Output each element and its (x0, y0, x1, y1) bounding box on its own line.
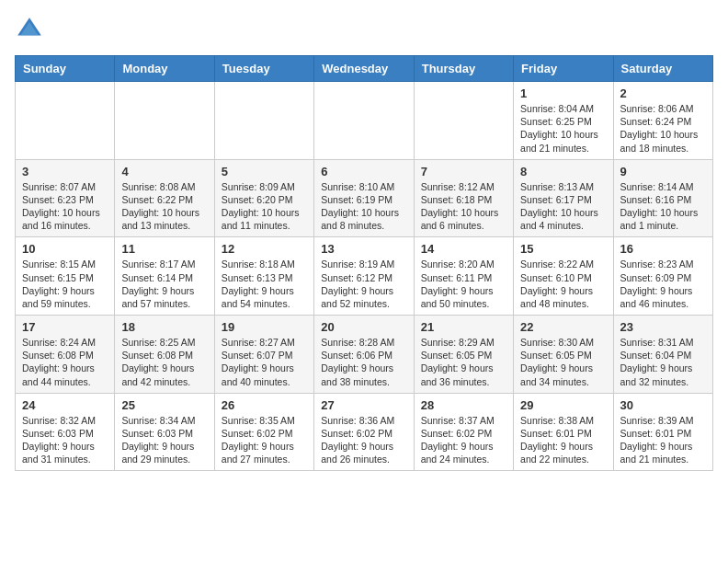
day-number: 5 (222, 165, 307, 178)
calendar-cell: 23Sunrise: 8:31 AM Sunset: 6:04 PM Dayli… (613, 316, 712, 394)
day-info: Sunrise: 8:36 AM Sunset: 6:02 PM Dayligh… (321, 414, 406, 466)
calendar-cell: 9Sunrise: 8:14 AM Sunset: 6:16 PM Daylig… (613, 159, 712, 237)
day-number: 18 (121, 320, 207, 334)
calendar-cell: 22Sunrise: 8:30 AM Sunset: 6:05 PM Dayli… (514, 316, 613, 394)
day-number: 17 (22, 320, 108, 334)
day-number: 27 (321, 398, 406, 412)
day-number: 10 (22, 242, 108, 256)
calendar-cell: 3Sunrise: 8:07 AM Sunset: 6:23 PM Daylig… (16, 159, 115, 237)
calendar-cell: 10Sunrise: 8:15 AM Sunset: 6:15 PM Dayli… (16, 237, 115, 316)
day-info: Sunrise: 8:10 AM Sunset: 6:19 PM Dayligh… (321, 180, 406, 233)
calendar-cell: 2Sunrise: 8:06 AM Sunset: 6:24 PM Daylig… (613, 82, 712, 160)
day-info: Sunrise: 8:37 AM Sunset: 6:02 PM Dayligh… (421, 414, 506, 466)
day-info: Sunrise: 8:24 AM Sunset: 6:08 PM Dayligh… (22, 336, 108, 388)
calendar-cell: 21Sunrise: 8:29 AM Sunset: 6:05 PM Dayli… (414, 316, 513, 394)
day-info: Sunrise: 8:13 AM Sunset: 6:17 PM Dayligh… (520, 180, 606, 233)
day-number: 2 (620, 86, 706, 100)
calendar-cell: 15Sunrise: 8:22 AM Sunset: 6:10 PM Dayli… (514, 237, 613, 316)
day-number: 6 (321, 165, 406, 178)
calendar-cell: 20Sunrise: 8:28 AM Sunset: 6:06 PM Dayli… (314, 316, 414, 394)
calendar-cell (414, 82, 513, 160)
day-number: 13 (321, 242, 406, 256)
day-number: 25 (121, 398, 207, 412)
calendar-cell: 14Sunrise: 8:20 AM Sunset: 6:11 PM Dayli… (414, 237, 513, 316)
calendar-cell (16, 82, 115, 160)
day-info: Sunrise: 8:20 AM Sunset: 6:11 PM Dayligh… (421, 258, 506, 310)
weekday-header: Wednesday (314, 56, 414, 82)
day-info: Sunrise: 8:30 AM Sunset: 6:05 PM Dayligh… (520, 336, 606, 388)
day-info: Sunrise: 8:29 AM Sunset: 6:05 PM Dayligh… (421, 336, 506, 388)
day-info: Sunrise: 8:09 AM Sunset: 6:20 PM Dayligh… (222, 180, 307, 233)
day-number: 28 (421, 398, 506, 412)
calendar-cell: 4Sunrise: 8:08 AM Sunset: 6:22 PM Daylig… (115, 159, 214, 237)
day-number: 29 (520, 398, 606, 412)
calendar-cell: 8Sunrise: 8:13 AM Sunset: 6:17 PM Daylig… (514, 159, 613, 237)
day-number: 3 (22, 165, 108, 178)
page-header (15, 15, 713, 44)
day-info: Sunrise: 8:15 AM Sunset: 6:15 PM Dayligh… (22, 258, 108, 310)
day-number: 7 (421, 165, 506, 178)
calendar-week-row: 1Sunrise: 8:04 AM Sunset: 6:25 PM Daylig… (16, 82, 713, 160)
calendar-cell (214, 82, 313, 160)
day-info: Sunrise: 8:32 AM Sunset: 6:03 PM Dayligh… (22, 414, 108, 466)
day-info: Sunrise: 8:28 AM Sunset: 6:06 PM Dayligh… (321, 336, 406, 388)
calendar-cell: 29Sunrise: 8:38 AM Sunset: 6:01 PM Dayli… (514, 393, 613, 471)
day-number: 8 (520, 165, 606, 178)
day-number: 19 (222, 320, 307, 334)
calendar-cell: 24Sunrise: 8:32 AM Sunset: 6:03 PM Dayli… (16, 393, 115, 471)
calendar-cell: 18Sunrise: 8:25 AM Sunset: 6:08 PM Dayli… (115, 316, 214, 394)
calendar-cell: 26Sunrise: 8:35 AM Sunset: 6:02 PM Dayli… (214, 393, 313, 471)
calendar-cell: 17Sunrise: 8:24 AM Sunset: 6:08 PM Dayli… (16, 316, 115, 394)
day-info: Sunrise: 8:34 AM Sunset: 6:03 PM Dayligh… (121, 414, 207, 466)
calendar-cell: 7Sunrise: 8:12 AM Sunset: 6:18 PM Daylig… (414, 159, 513, 237)
day-number: 26 (222, 398, 307, 412)
day-number: 30 (620, 398, 706, 412)
weekday-header: Saturday (613, 56, 712, 82)
day-info: Sunrise: 8:18 AM Sunset: 6:13 PM Dayligh… (222, 258, 307, 310)
calendar-week-row: 24Sunrise: 8:32 AM Sunset: 6:03 PM Dayli… (16, 393, 713, 471)
day-number: 24 (22, 398, 108, 412)
day-info: Sunrise: 8:35 AM Sunset: 6:02 PM Dayligh… (222, 414, 307, 466)
day-info: Sunrise: 8:04 AM Sunset: 6:25 PM Dayligh… (520, 102, 606, 155)
day-number: 16 (620, 242, 706, 256)
calendar-cell: 1Sunrise: 8:04 AM Sunset: 6:25 PM Daylig… (514, 82, 613, 160)
day-info: Sunrise: 8:06 AM Sunset: 6:24 PM Dayligh… (620, 102, 706, 155)
day-number: 1 (520, 86, 606, 100)
calendar-week-row: 3Sunrise: 8:07 AM Sunset: 6:23 PM Daylig… (16, 159, 713, 237)
calendar-table: SundayMondayTuesdayWednesdayThursdayFrid… (15, 55, 713, 471)
day-number: 9 (620, 165, 706, 178)
calendar-cell: 27Sunrise: 8:36 AM Sunset: 6:02 PM Dayli… (314, 393, 414, 471)
calendar-cell (314, 82, 414, 160)
day-number: 21 (421, 320, 506, 334)
calendar-cell: 30Sunrise: 8:39 AM Sunset: 6:01 PM Dayli… (613, 393, 712, 471)
calendar-header-row: SundayMondayTuesdayWednesdayThursdayFrid… (16, 56, 713, 82)
calendar-week-row: 17Sunrise: 8:24 AM Sunset: 6:08 PM Dayli… (16, 316, 713, 394)
calendar-cell (115, 82, 214, 160)
day-info: Sunrise: 8:23 AM Sunset: 6:09 PM Dayligh… (620, 258, 706, 310)
day-info: Sunrise: 8:22 AM Sunset: 6:10 PM Dayligh… (520, 258, 606, 310)
day-number: 12 (222, 242, 307, 256)
calendar-cell: 6Sunrise: 8:10 AM Sunset: 6:19 PM Daylig… (314, 159, 414, 237)
day-info: Sunrise: 8:19 AM Sunset: 6:12 PM Dayligh… (321, 258, 406, 310)
day-info: Sunrise: 8:39 AM Sunset: 6:01 PM Dayligh… (620, 414, 706, 466)
logo-icon (15, 15, 44, 44)
weekday-header: Thursday (414, 56, 513, 82)
day-number: 22 (520, 320, 606, 334)
day-info: Sunrise: 8:17 AM Sunset: 6:14 PM Dayligh… (121, 258, 207, 310)
day-number: 15 (520, 242, 606, 256)
day-info: Sunrise: 8:14 AM Sunset: 6:16 PM Dayligh… (620, 180, 706, 233)
calendar-cell: 12Sunrise: 8:18 AM Sunset: 6:13 PM Dayli… (214, 237, 313, 316)
day-number: 20 (321, 320, 406, 334)
day-info: Sunrise: 8:25 AM Sunset: 6:08 PM Dayligh… (121, 336, 207, 388)
day-info: Sunrise: 8:27 AM Sunset: 6:07 PM Dayligh… (222, 336, 307, 388)
day-info: Sunrise: 8:08 AM Sunset: 6:22 PM Dayligh… (121, 180, 207, 233)
day-info: Sunrise: 8:38 AM Sunset: 6:01 PM Dayligh… (520, 414, 606, 466)
calendar-cell: 13Sunrise: 8:19 AM Sunset: 6:12 PM Dayli… (314, 237, 414, 316)
calendar-cell: 28Sunrise: 8:37 AM Sunset: 6:02 PM Dayli… (414, 393, 513, 471)
weekday-header: Monday (115, 56, 214, 82)
logo (15, 15, 48, 44)
day-number: 14 (421, 242, 506, 256)
weekday-header: Friday (514, 56, 613, 82)
day-number: 11 (121, 242, 207, 256)
day-number: 23 (620, 320, 706, 334)
